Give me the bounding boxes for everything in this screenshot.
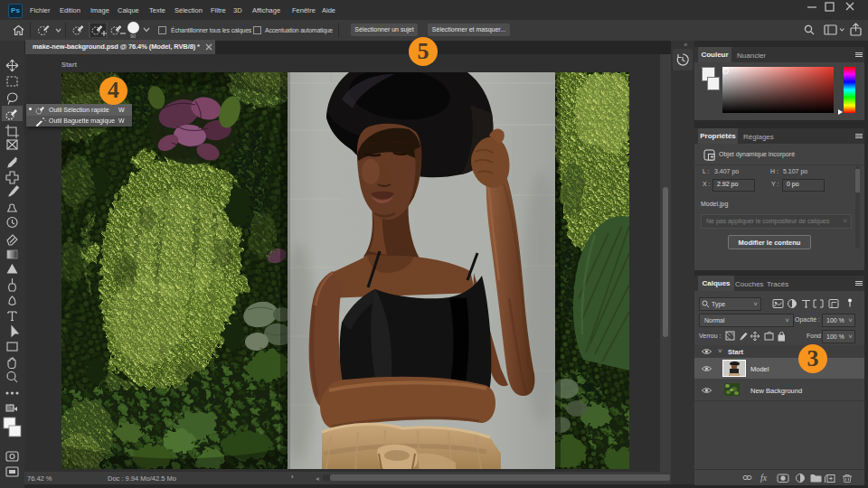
svg-text:fx: fx bbox=[760, 473, 768, 483]
